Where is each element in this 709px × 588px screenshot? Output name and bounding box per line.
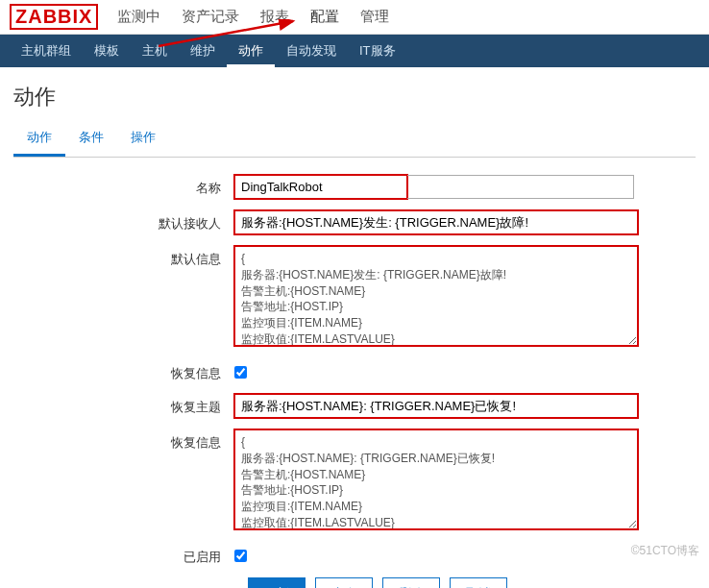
recovery-subject-label: 恢复主题 (13, 394, 234, 416)
sub-actions[interactable]: 动作 (227, 35, 275, 67)
action-form: 名称 默认接收人 默认信息 { 服务器:{HOST.NAME}发生: {TRIG… (0, 175, 709, 588)
sub-discovery[interactable]: 自动发现 (275, 35, 348, 67)
tab-action[interactable]: 动作 (13, 121, 65, 157)
recovery-checkbox[interactable] (234, 366, 247, 379)
recovery-flag-label: 恢复信息 (13, 360, 234, 382)
sub-templates[interactable]: 模板 (83, 35, 131, 67)
clone-button[interactable]: 克隆 (315, 577, 373, 588)
top-menu-reports[interactable]: 报表 (258, 4, 291, 30)
recovery-message-textarea[interactable]: { 服务器:{HOST.NAME}: {TRIGGER.NAME}已恢复! 告警… (234, 429, 638, 529)
enabled-label: 已启用 (13, 544, 234, 566)
delete-button[interactable]: 删除 (382, 577, 440, 588)
logo: ZABBIX (10, 4, 98, 30)
sub-nav: 主机群组 模板 主机 维护 动作 自动发现 IT服务 (0, 35, 709, 67)
top-menu-monitoring[interactable]: 监测中 (115, 4, 162, 30)
message-label: 默认信息 (13, 246, 234, 268)
sub-hostgroups[interactable]: 主机群组 (10, 35, 83, 67)
recipient-input[interactable] (234, 210, 638, 234)
top-menu-inventory[interactable]: 资产记录 (180, 4, 241, 30)
tab-operations[interactable]: 操作 (117, 121, 169, 157)
top-menu-administration[interactable]: 管理 (358, 4, 391, 30)
top-menu: 监测中 资产记录 报表 配置 管理 (115, 4, 391, 30)
watermark: ©51CTO博客 (631, 543, 699, 559)
cancel-button[interactable]: 取消 (450, 577, 507, 588)
sub-hosts[interactable]: 主机 (131, 35, 179, 67)
name-label: 名称 (13, 175, 234, 197)
name-input[interactable] (234, 175, 407, 199)
top-menu-configuration[interactable]: 配置 (308, 4, 341, 30)
update-button[interactable]: 更新 (248, 577, 306, 588)
recipient-label: 默认接收人 (13, 210, 234, 233)
recovery-message-label: 恢复信息 (13, 429, 234, 452)
tab-conditions[interactable]: 条件 (65, 121, 117, 157)
enabled-checkbox[interactable] (234, 550, 247, 562)
tabs: 动作 条件 操作 (13, 121, 696, 158)
recovery-subject-input[interactable] (234, 394, 638, 418)
page-title: 动作 (0, 67, 709, 121)
message-textarea[interactable]: { 服务器:{HOST.NAME}发生: {TRIGGER.NAME}故障! 告… (234, 246, 638, 346)
sub-maintenance[interactable]: 维护 (179, 35, 227, 67)
sub-itservices[interactable]: IT服务 (348, 35, 407, 67)
